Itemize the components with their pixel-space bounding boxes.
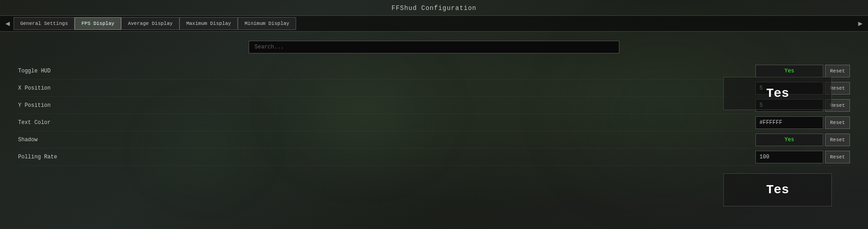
tab-general[interactable]: General Settings [14, 17, 75, 30]
label-toggle-hud: Toggle HUD [18, 68, 108, 74]
control-shadow: Yes Reset [755, 134, 850, 146]
setting-row-text-color: Text Color Reset [18, 114, 850, 131]
preview-box-1: Tes [723, 77, 832, 110]
tab-bar: ◀ General Settings FPS Display Average D… [0, 15, 868, 32]
label-polling-rate: Polling Rate [18, 154, 108, 160]
app-title: FFShud Configuration [0, 0, 868, 15]
tab-fps[interactable]: FPS Display [75, 17, 121, 30]
preview-text-1: Tes [766, 86, 789, 100]
preview-box-2: Tes [723, 173, 832, 206]
tab-average[interactable]: Average Display [121, 17, 179, 30]
tabs-container: General Settings FPS Display Average Dis… [14, 16, 855, 31]
value-shadow[interactable]: Yes [755, 134, 823, 146]
tab-minimum[interactable]: Minimum Display [238, 17, 296, 30]
setting-row-shadow: Shadow Yes Reset [18, 131, 850, 148]
control-text-color: Reset [755, 116, 850, 129]
tab-maximum[interactable]: Maximum Display [179, 17, 238, 30]
tab-left-arrow[interactable]: ◀ [2, 19, 14, 28]
setting-row-polling-rate: Polling Rate Reset [18, 148, 850, 166]
reset-text-color[interactable]: Reset [825, 116, 850, 129]
label-text-color: Text Color [18, 119, 108, 126]
control-toggle-hud: Yes Reset [755, 65, 850, 77]
search-container [18, 41, 850, 53]
control-polling-rate: Reset [755, 151, 850, 163]
reset-polling-rate[interactable]: Reset [825, 151, 850, 163]
value-text-color[interactable] [755, 116, 823, 129]
preview-text-2: Tes [766, 183, 789, 197]
label-y-position: Y Position [18, 102, 108, 109]
label-shadow: Shadow [18, 137, 108, 143]
tab-right-arrow[interactable]: ▶ [854, 19, 866, 28]
label-x-position: X Position [18, 85, 108, 91]
reset-toggle-hud[interactable]: Reset [825, 65, 850, 77]
value-polling-rate[interactable] [755, 151, 823, 163]
search-input[interactable] [249, 41, 619, 53]
reset-shadow[interactable]: Reset [825, 134, 850, 146]
value-toggle-hud[interactable]: Yes [755, 65, 823, 77]
